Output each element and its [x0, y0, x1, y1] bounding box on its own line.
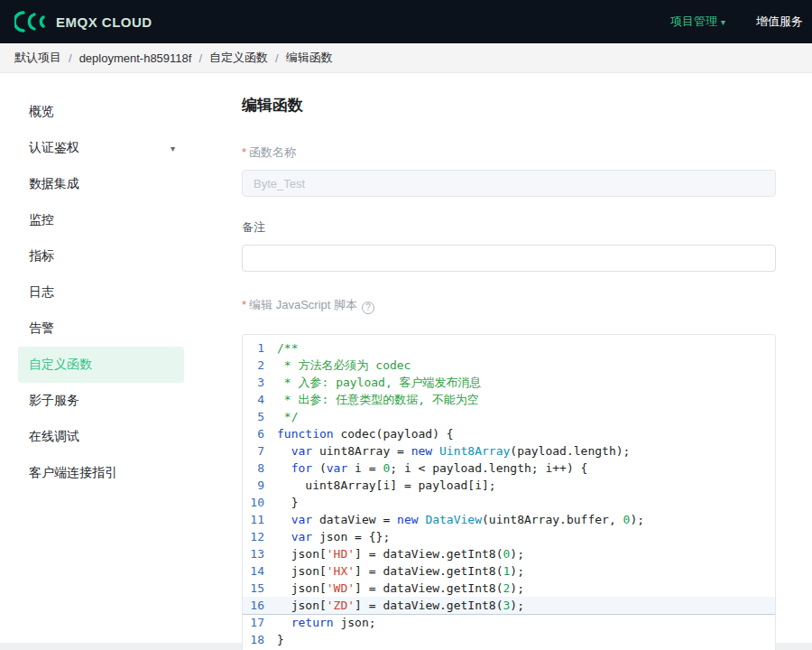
sidebar-item-label: 数据集成	[29, 176, 79, 192]
code-line[interactable]: 7 var uint8Array = new Uint8Array(payloa…	[243, 442, 775, 460]
code-line-text: for (var i = 0; i < payload.length; i++)…	[277, 460, 587, 477]
script-editor[interactable]: 1/**2 * 方法名必须为 codec3 * 入参: payload, 客户端…	[242, 334, 776, 650]
breadcrumb-item: 编辑函数	[286, 50, 333, 66]
code-line-text: uint8Array[i] = payload[i];	[277, 477, 496, 494]
line-number: 16	[243, 597, 277, 614]
top-navbar: EMQX CLOUD 项目管理▾ 增值服务	[0, 0, 812, 43]
sidebar-item-logs[interactable]: 日志	[18, 274, 184, 311]
line-number: 11	[243, 511, 277, 528]
line-number: 13	[243, 545, 277, 562]
sidebar-item-label: 自定义函数	[29, 357, 92, 373]
breadcrumb-item[interactable]: deployment-h859118f	[79, 51, 192, 65]
code-line-text: * 出参: 任意类型的数据, 不能为空	[277, 391, 479, 408]
sidebar-item-shadow-service[interactable]: 影子服务	[18, 383, 184, 419]
line-number: 17	[243, 614, 277, 631]
sidebar-item-custom-functions[interactable]: 自定义函数	[18, 347, 184, 383]
code-line[interactable]: 14 json['HX'] = dataView.getInt8(1);	[243, 562, 775, 580]
code-line[interactable]: 11 var dataView = new DataView(uint8Arra…	[243, 511, 775, 528]
line-number: 18	[243, 631, 277, 648]
note-input[interactable]	[242, 245, 776, 272]
code-line[interactable]: 8 for (var i = 0; i < payload.length; i+…	[243, 460, 775, 477]
sidebar-item-label: 影子服务	[29, 393, 79, 409]
sidebar-item-label: 概览	[29, 104, 54, 120]
sidebar-item-label: 在线调试	[29, 429, 79, 445]
sidebar-item-metrics[interactable]: 指标	[18, 238, 184, 274]
page-title: 编辑函数	[242, 95, 776, 116]
help-icon[interactable]: ?	[362, 302, 374, 314]
code-line[interactable]: 6function codec(payload) {	[243, 425, 775, 442]
line-number: 5	[243, 408, 277, 425]
brand-name: EMQX CLOUD	[56, 14, 152, 30]
code-line-text: var json = {};	[277, 528, 390, 545]
code-line[interactable]: 12 var json = {};	[243, 528, 775, 545]
code-line-text: json['WD'] = dataView.getInt8(2);	[277, 580, 524, 597]
nav-value-added-services[interactable]: 增值服务	[756, 14, 803, 30]
code-line[interactable]: 2 * 方法名必须为 codec	[243, 357, 775, 374]
code-line[interactable]: 13 json['HD'] = dataView.getInt8(0);	[243, 545, 775, 562]
sidebar-item-online-debug[interactable]: 在线调试	[18, 419, 184, 455]
sidebar-item-label: 指标	[29, 248, 54, 265]
note-label: 备注	[242, 219, 776, 236]
code-line[interactable]: 18}	[243, 631, 775, 648]
code-lines: 1/**2 * 方法名必须为 codec3 * 入参: payload, 客户端…	[243, 335, 775, 650]
line-number: 10	[243, 494, 277, 511]
script-label: *编辑 JavaScript 脚本?	[242, 297, 776, 314]
code-line-text: json['HX'] = dataView.getInt8(1);	[277, 562, 524, 580]
code-line-text: var uint8Array = new Uint8Array(payload.…	[277, 442, 630, 460]
line-number: 9	[243, 477, 277, 494]
breadcrumb-separator: /	[198, 51, 202, 65]
code-line-text: function codec(payload) {	[277, 425, 454, 442]
code-line-text: json['ZD'] = dataView.getInt8(3);	[277, 597, 524, 614]
sidebar-item-monitor[interactable]: 监控	[18, 202, 184, 238]
line-number: 6	[243, 425, 277, 442]
nav-project-management[interactable]: 项目管理▾	[670, 14, 725, 30]
code-line-text: /**	[277, 339, 298, 357]
line-number: 1	[243, 339, 277, 357]
code-line[interactable]: 3 * 入参: payload, 客户端发布消息	[243, 374, 775, 391]
code-line[interactable]: 5 */	[243, 408, 775, 425]
main-panel: 编辑函数 *函数名称 备注 *编辑 JavaScript 脚本? 1/**2 *…	[202, 73, 812, 643]
sidebar-item-label: 认证鉴权	[29, 140, 79, 156]
sidebar-item-auth[interactable]: 认证鉴权▾	[18, 130, 184, 166]
code-line-text: * 方法名必须为 codec	[277, 357, 411, 374]
sidebar-item-label: 监控	[29, 212, 54, 228]
code-line-text: return json;	[277, 614, 376, 631]
required-mark: *	[242, 145, 246, 159]
sidebar-item-label: 日志	[29, 284, 54, 301]
code-line-text: var dataView = new DataView(uint8Array.b…	[277, 511, 644, 528]
breadcrumb-separator: /	[69, 51, 72, 65]
sidebar-item-label: 客户端连接指引	[29, 465, 117, 481]
breadcrumb: 默认项目/deployment-h859118f/自定义函数/编辑函数	[0, 43, 812, 73]
line-number: 2	[243, 357, 277, 374]
code-line[interactable]: 10 }	[243, 494, 775, 511]
code-line-text: json['HD'] = dataView.getInt8(0);	[277, 545, 524, 562]
brand-logo[interactable]: EMQX CLOUD	[14, 10, 152, 33]
code-line[interactable]: 4 * 出参: 任意类型的数据, 不能为空	[243, 391, 775, 408]
breadcrumb-item[interactable]: 默认项目	[14, 50, 61, 66]
code-line[interactable]: 16 json['ZD'] = dataView.getInt8(3);	[243, 597, 775, 614]
sidebar-item-client-guide[interactable]: 客户端连接指引	[18, 455, 184, 491]
sidebar-item-data-integration[interactable]: 数据集成	[18, 166, 184, 202]
required-mark: *	[242, 298, 246, 311]
breadcrumb-separator: /	[275, 51, 279, 65]
line-number: 15	[243, 580, 277, 597]
line-number: 7	[243, 442, 277, 460]
line-number: 4	[243, 391, 277, 408]
code-line[interactable]: 9 uint8Array[i] = payload[i];	[243, 477, 775, 494]
code-line[interactable]: 1/**	[243, 339, 775, 357]
line-number: 14	[243, 562, 277, 580]
emqx-logo-icon	[14, 10, 49, 33]
sidebar-item-overview[interactable]: 概览	[18, 94, 184, 130]
function-name-label: *函数名称	[242, 144, 776, 161]
function-name-input	[242, 170, 776, 197]
sidebar-item-label: 告警	[29, 320, 54, 337]
code-line-text: * 入参: payload, 客户端发布消息	[277, 374, 482, 391]
code-line[interactable]: 15 json['WD'] = dataView.getInt8(2);	[243, 580, 775, 597]
code-line[interactable]: 17 return json;	[243, 614, 775, 631]
sidebar-item-alerts[interactable]: 告警	[18, 311, 184, 347]
code-line-text: }	[277, 494, 298, 511]
line-number: 8	[243, 460, 277, 477]
line-number: 3	[243, 374, 277, 391]
breadcrumb-item[interactable]: 自定义函数	[209, 50, 268, 66]
code-line-text: */	[277, 408, 298, 425]
